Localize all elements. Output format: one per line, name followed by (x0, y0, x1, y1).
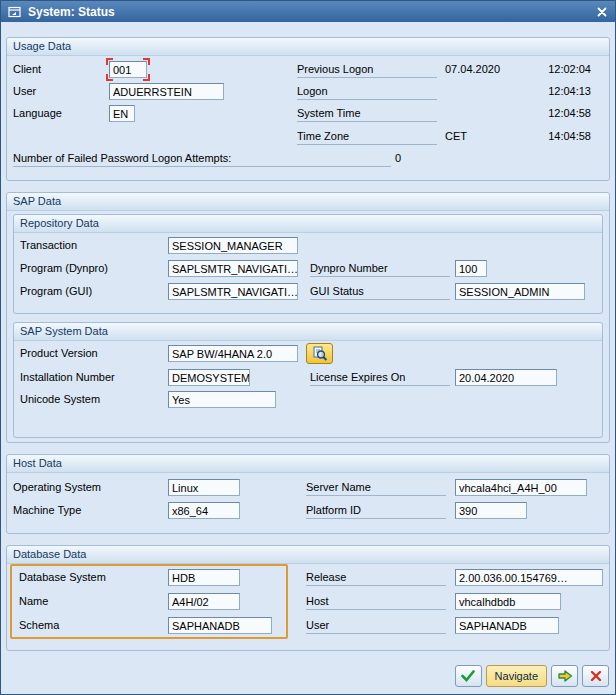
failed-attempts-value: 0 (395, 150, 401, 167)
dialog-icon (6, 4, 23, 20)
product-version-label: Product Version (20, 345, 98, 362)
database-system-label: Database System (19, 569, 106, 586)
operating-system-field[interactable]: Linux (168, 479, 240, 496)
license-expires-field[interactable]: 20.04.2020 (455, 369, 557, 386)
transaction-label: Transaction (20, 237, 77, 254)
user-field[interactable]: ADUERRSTEIN (109, 83, 224, 100)
unicode-system-field[interactable]: Yes (168, 391, 276, 408)
navigate-button-label: Navigate (495, 670, 538, 682)
system-time-label: System Time (297, 105, 437, 122)
cancel-x-icon (590, 670, 602, 682)
database-name-field[interactable]: A4H/02 (168, 593, 240, 610)
usage-data-group: Usage Data Client 001 Previous Logon 07.… (6, 37, 610, 181)
time-zone-label: Time Zone (297, 128, 437, 145)
database-system-field[interactable]: HDB (168, 569, 240, 586)
logon-time: 12:04:13 (507, 83, 591, 100)
system-status-dialog: System: Status Usage Data Client 001 Pre… (0, 0, 616, 695)
schema-field[interactable]: SAPHANADB (168, 617, 272, 634)
titlebar[interactable]: System: Status (1, 1, 615, 22)
language-field[interactable]: EN (109, 105, 135, 122)
failed-attempts-label: Number of Failed Password Logon Attempts… (13, 150, 391, 167)
close-button[interactable] (593, 4, 610, 20)
program-gui-field[interactable]: SAPLSMTR_NAVIGATI… (168, 283, 298, 300)
sap-system-data-header: SAP System Data (14, 323, 602, 341)
magnifier-icon (312, 346, 328, 362)
schema-label: Schema (19, 617, 59, 634)
dialog-content: Usage Data Client 001 Previous Logon 07.… (1, 22, 615, 651)
machine-type-field[interactable]: x86_64 (168, 502, 240, 519)
database-host-label: Host (306, 593, 446, 610)
database-user-field[interactable]: SAPHANADB (455, 617, 559, 634)
operating-system-label: Operating System (13, 479, 101, 496)
time-zone-value: CET (445, 128, 467, 145)
server-name-label: Server Name (306, 479, 446, 496)
host-data-header: Host Data (7, 455, 609, 473)
database-name-label: Name (19, 593, 48, 610)
installation-number-label: Installation Number (20, 369, 115, 386)
user-label: User (13, 83, 36, 100)
gui-status-field[interactable]: SESSION_ADMIN (455, 283, 585, 300)
host-data-group: Host Data Operating System Linux Server … (6, 454, 610, 534)
exit-arrow-icon (557, 669, 573, 683)
repository-data-group: Repository Data Transaction SESSION_MANA… (13, 214, 603, 314)
machine-type-label: Machine Type (13, 502, 81, 519)
unicode-system-label: Unicode System (20, 391, 100, 408)
system-time-value: 12:04:58 (507, 105, 591, 122)
program-dynpro-label: Program (Dynpro) (20, 260, 108, 277)
language-label: Language (13, 105, 62, 122)
gui-status-label: GUI Status (310, 283, 450, 300)
product-version-field[interactable]: SAP BW/4HANA 2.0 (168, 345, 298, 362)
database-data-header: Database Data (7, 546, 609, 564)
client-label: Client (13, 61, 41, 78)
navigate-button[interactable]: Navigate (486, 665, 547, 687)
database-data-group: Database Data Database System HDB Releas… (6, 545, 610, 651)
database-user-label: User (306, 617, 446, 634)
sap-data-group: SAP Data Repository Data Transaction SES… (6, 192, 610, 443)
exit-button[interactable] (551, 665, 578, 687)
repository-data-header: Repository Data (14, 215, 602, 233)
cancel-button[interactable] (582, 665, 609, 687)
transaction-field[interactable]: SESSION_MANAGER (168, 237, 298, 254)
release-field[interactable]: 2.00.036.00.154769… (455, 569, 603, 586)
dynpro-number-label: Dynpro Number (310, 260, 450, 277)
installation-number-field[interactable]: DEMOSYSTEM (168, 369, 250, 386)
product-version-details-button[interactable] (306, 343, 333, 364)
previous-logon-time: 12:02:04 (507, 61, 591, 78)
sap-data-header: SAP Data (7, 193, 609, 211)
previous-logon-date: 07.04.2020 (445, 61, 500, 78)
check-icon (461, 670, 475, 682)
platform-id-field[interactable]: 390 (455, 502, 527, 519)
database-host-field[interactable]: vhcalhdbdb (455, 593, 561, 610)
previous-logon-label: Previous Logon (297, 61, 437, 78)
release-label: Release (306, 569, 446, 586)
dialog-footer: Navigate (455, 665, 609, 687)
logon-label: Logon (297, 83, 437, 100)
program-dynpro-field[interactable]: SAPLSMTR_NAVIGATI… (168, 260, 298, 277)
platform-id-label: Platform ID (306, 502, 446, 519)
close-icon (597, 7, 607, 17)
server-name-field[interactable]: vhcala4hci_A4H_00 (455, 479, 587, 496)
client-field[interactable]: 001 (109, 61, 147, 78)
continue-button[interactable] (455, 665, 482, 687)
usage-data-header: Usage Data (7, 38, 609, 56)
program-gui-label: Program (GUI) (20, 283, 92, 300)
window-title: System: Status (28, 5, 593, 19)
sap-system-data-group: SAP System Data Product Version SAP BW/4… (13, 322, 603, 438)
dynpro-number-field[interactable]: 100 (455, 260, 487, 277)
license-expires-label: License Expires On (310, 369, 450, 386)
time-zone-time: 14:04:58 (507, 128, 591, 145)
